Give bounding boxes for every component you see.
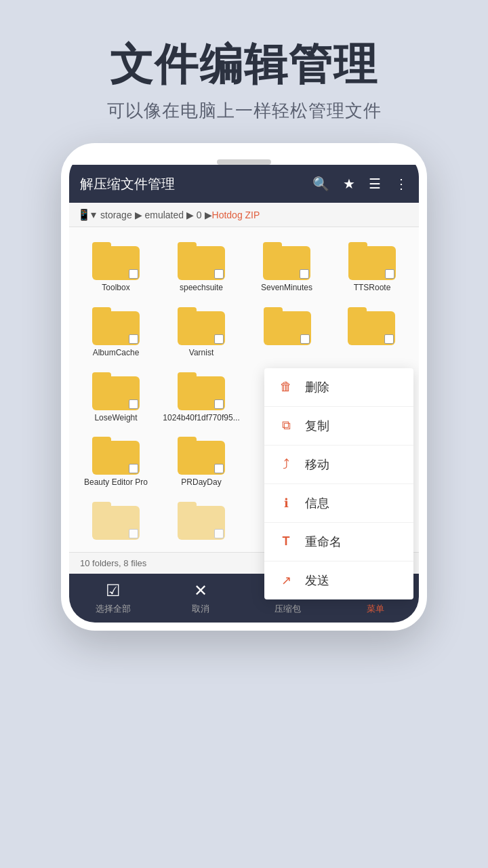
nav-item-cancel[interactable]: ✕ 取消 bbox=[157, 581, 244, 615]
folder-icon bbox=[263, 242, 310, 280]
list-item[interactable]: 1024b40f1df770f95... bbox=[160, 366, 243, 428]
menu-item-info[interactable]: ℹ 信息 bbox=[264, 484, 413, 523]
hero-title: 文件编辑管理 bbox=[27, 41, 461, 88]
menu-item-copy[interactable]: ⧉ 复制 bbox=[264, 407, 413, 446]
list-item[interactable]: speechsuite bbox=[160, 235, 243, 298]
more-icon[interactable]: ⋮ bbox=[394, 176, 408, 192]
folder-icon bbox=[92, 437, 140, 475]
file-label: SevenMinutes bbox=[261, 283, 312, 294]
menu-label-copy: 复制 bbox=[305, 418, 329, 434]
list-item[interactable]: Toolbox bbox=[75, 235, 157, 298]
menu-item-delete[interactable]: 🗑 删除 bbox=[264, 368, 413, 407]
folder-icon bbox=[92, 372, 140, 410]
menu-label-delete: 删除 bbox=[305, 379, 329, 395]
folder-icon bbox=[178, 242, 225, 280]
nav-label-cancel: 取消 bbox=[192, 603, 209, 615]
nav-label-select-all: 选择全部 bbox=[96, 603, 131, 615]
file-label: TTSRoote bbox=[354, 283, 391, 294]
breadcrumb-highlight: Hotdog ZIP bbox=[212, 210, 260, 220]
star-icon[interactable]: ★ bbox=[343, 176, 355, 192]
folder-icon bbox=[92, 307, 140, 345]
breadcrumb-path: storage ▶ emulated ▶ 0 ▶ bbox=[100, 210, 212, 220]
list-item[interactable]: TTSRoote bbox=[331, 235, 413, 298]
menu-item-rename[interactable]: T 重命名 bbox=[264, 523, 413, 561]
file-label: PRDayDay bbox=[181, 477, 221, 488]
file-label: Varnist bbox=[189, 348, 214, 359]
folder-icon bbox=[178, 372, 225, 410]
file-label: 1024b40f1df770f95... bbox=[163, 413, 239, 424]
folder-icon bbox=[348, 242, 396, 280]
rename-icon: T bbox=[278, 534, 294, 550]
list-item[interactable] bbox=[245, 300, 329, 363]
list-item[interactable]: PRDayDay bbox=[160, 430, 243, 492]
list-item[interactable]: Varnist bbox=[160, 300, 243, 363]
phone-speaker bbox=[217, 159, 271, 165]
menu-label-send: 发送 bbox=[305, 572, 329, 589]
menu-item-move[interactable]: ⤴ 移动 bbox=[264, 446, 413, 484]
folder-icon bbox=[92, 502, 140, 540]
list-item[interactable] bbox=[75, 495, 157, 544]
menu-icon[interactable]: ☰ bbox=[369, 176, 381, 192]
folder-icon bbox=[264, 307, 311, 345]
app-header-title: 解压缩文件管理 bbox=[80, 175, 175, 193]
file-grid: Toolbox speechsuite SevenMinutes bbox=[69, 227, 419, 551]
folder-icon bbox=[178, 437, 225, 475]
app-header-icons: 🔍 ★ ☰ ⋮ bbox=[312, 176, 408, 192]
hero-section: 文件编辑管理 可以像在电脑上一样轻松管理文件 bbox=[0, 0, 488, 143]
folder-icon bbox=[178, 502, 225, 540]
device-icon: 📱▾ bbox=[77, 208, 96, 221]
nav-label-compress: 压缩包 bbox=[274, 603, 301, 615]
menu-label-move: 移动 bbox=[305, 456, 329, 473]
menu-label-rename: 重命名 bbox=[305, 534, 342, 550]
list-item[interactable] bbox=[160, 495, 243, 544]
info-icon: ℹ bbox=[278, 495, 294, 511]
phone-mockup: 解压缩文件管理 🔍 ★ ☰ ⋮ 📱▾ storage ▶ emulated ▶ … bbox=[61, 143, 427, 630]
status-text: 10 folders, 8 files bbox=[80, 558, 146, 568]
nav-item-select-all[interactable]: ☑ 选择全部 bbox=[69, 581, 157, 615]
breadcrumb-bar: 📱▾ storage ▶ emulated ▶ 0 ▶ Hotdog ZIP bbox=[69, 203, 419, 227]
hero-subtitle: 可以像在电脑上一样轻松管理文件 bbox=[27, 99, 461, 123]
copy-icon: ⧉ bbox=[278, 418, 294, 434]
select-all-icon: ☑ bbox=[106, 581, 121, 600]
send-icon: ↗ bbox=[278, 572, 294, 589]
file-label: Toolbox bbox=[102, 283, 129, 294]
cancel-icon: ✕ bbox=[194, 581, 207, 600]
list-item[interactable]: LoseWeight bbox=[75, 366, 157, 428]
menu-label-info: 信息 bbox=[305, 495, 329, 511]
file-label: LoseWeight bbox=[94, 413, 137, 424]
list-item[interactable]: AlbumCache bbox=[75, 300, 157, 363]
list-item[interactable]: Beauty Editor Pro bbox=[75, 430, 157, 492]
nav-label-menu: 菜单 bbox=[367, 603, 384, 615]
folder-icon bbox=[92, 242, 140, 280]
folder-icon bbox=[178, 307, 225, 345]
menu-item-send[interactable]: ↗ 发送 bbox=[264, 561, 413, 599]
file-label: AlbumCache bbox=[93, 348, 140, 359]
file-label: Beauty Editor Pro bbox=[84, 477, 148, 488]
search-icon[interactable]: 🔍 bbox=[312, 176, 329, 192]
delete-icon: 🗑 bbox=[278, 379, 294, 395]
context-menu: 🗑 删除 ⧉ 复制 ⤴ 移动 ℹ 信息 T 重命名 bbox=[264, 368, 413, 599]
folder-icon bbox=[348, 307, 395, 345]
list-item[interactable]: SevenMinutes bbox=[245, 235, 328, 298]
move-icon: ⤴ bbox=[278, 456, 294, 473]
app-header: 解压缩文件管理 🔍 ★ ☰ ⋮ bbox=[69, 165, 419, 203]
file-label: speechsuite bbox=[180, 283, 223, 294]
list-item[interactable] bbox=[329, 300, 413, 363]
